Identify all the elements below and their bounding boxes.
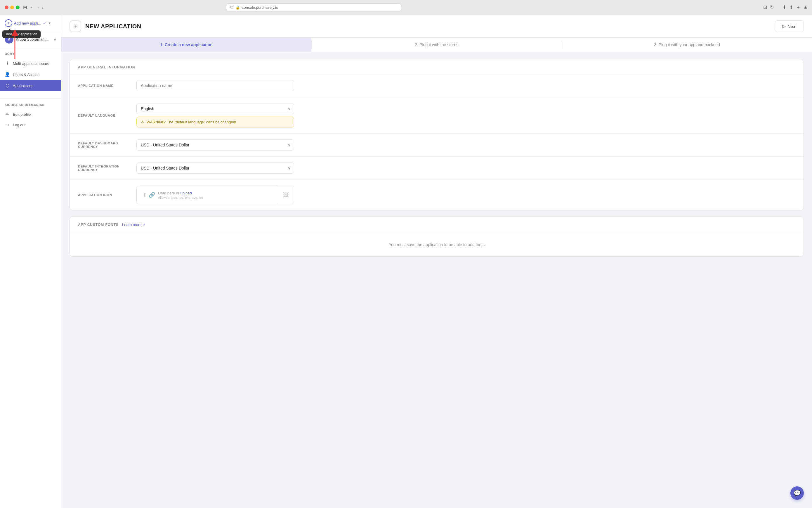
- edit-profile-item[interactable]: ✏ Edit profile: [0, 109, 61, 120]
- fonts-section-title: APP CUSTOM FONTS: [78, 223, 118, 227]
- default-language-select[interactable]: English French Spanish German: [136, 103, 294, 114]
- app-custom-fonts-card: APP CUSTOM FONTS Learn more ↗ You must s…: [69, 216, 804, 257]
- user-chevron-icon: ∧: [54, 37, 56, 41]
- next-label: Next: [787, 24, 797, 29]
- shield-icon: 🛡: [230, 5, 234, 10]
- app-name-row: APPLICATION NAME: [70, 74, 804, 97]
- learn-more-link[interactable]: Learn more ↗: [122, 222, 145, 227]
- chat-icon: 💬: [794, 490, 801, 497]
- external-link-icon: ↗: [143, 223, 145, 226]
- language-warning-box: ⚠ WARNING: The "default language" can't …: [136, 117, 294, 127]
- add-app-label: Add new appli...: [14, 21, 41, 26]
- dashboard-icon: ⌇: [5, 61, 10, 66]
- step-2[interactable]: 2. Plug it with the stores: [312, 38, 562, 52]
- address-bar[interactable]: 🛡 🔒 console.purchasely.io: [226, 3, 401, 11]
- user-section-label: KIRUPA SUBRAMANIAN: [0, 101, 61, 109]
- add-app-button[interactable]: + Add new appli... ✓: [5, 19, 46, 27]
- app-logo-icon: ⊞: [69, 20, 81, 32]
- integration-currency-label: DEFAULT INTEGRATION CURRENCY: [78, 165, 136, 172]
- app-icon-field: ⬆ 🔗 Drag here or upload Allowed: jpeg, j…: [136, 185, 795, 204]
- app-icon-label: APPLICATION ICON: [78, 193, 136, 197]
- app-name-field: [136, 80, 795, 91]
- fonts-card-header: APP CUSTOM FONTS Learn more ↗: [70, 217, 804, 233]
- step-3[interactable]: 3. Plug it with your app and backend: [562, 38, 812, 52]
- forward-button[interactable]: ›: [42, 5, 43, 10]
- icon-upload-area: ⬆ 🔗 Drag here or upload Allowed: jpeg, j…: [136, 185, 294, 204]
- integration-currency-select-wrapper: USD - United States Dollar EUR - Euro GB…: [136, 163, 294, 174]
- browser-nav-controls: ‹ ›: [38, 5, 44, 10]
- app-icon-row: APPLICATION ICON ⬆ 🔗 Drag here or up: [70, 180, 804, 210]
- expand-chevron-icon: ▾: [30, 6, 32, 9]
- sidebar-item-users-access[interactable]: 👤 Users & Access: [0, 69, 61, 80]
- red-arrow-indicator: [10, 30, 19, 63]
- upload-photo-icon: ⬆: [143, 192, 147, 198]
- upload-allowed-text: Allowed: jpeg, jpg, png, svg, ico: [158, 196, 203, 199]
- sidebar-item-applications[interactable]: ⬡ Applications: [0, 80, 61, 91]
- new-tab-icon[interactable]: ＋: [796, 4, 801, 10]
- sidebar-header: + Add new appli... ✓ ▾ Add new app: [0, 15, 61, 31]
- dashboard-currency-field: USD - United States Dollar EUR - Euro GB…: [136, 139, 795, 151]
- refresh-icon[interactable]: ↻: [770, 4, 774, 10]
- sidebar-divider: [0, 98, 61, 98]
- browser-action-icons: ⊡ ↻ ⬇ ⬆ ＋ ⊞: [763, 4, 807, 10]
- grid-icon[interactable]: ⊞: [804, 4, 807, 10]
- warning-icon: ⚠: [141, 120, 144, 124]
- dashboard-currency-row: DEFAULT DASHBOARD CURRENCY USD - United …: [70, 134, 804, 157]
- download-icon[interactable]: ⬇: [782, 4, 786, 10]
- sidebar-toggle-button[interactable]: ⊞: [23, 5, 27, 10]
- form-area: APP GENERAL INFORMATION APPLICATION NAME…: [61, 52, 812, 508]
- edit-profile-icon: ✏: [5, 112, 10, 117]
- upload-link-icon: 🔗: [149, 192, 155, 198]
- maximize-traffic-light[interactable]: [16, 6, 19, 9]
- traffic-lights: [5, 6, 19, 9]
- learn-more-label: Learn more: [122, 222, 141, 227]
- next-button[interactable]: ▷ Next: [775, 20, 804, 32]
- app-layout: + Add new appli... ✓ ▾ Add new app: [0, 15, 812, 508]
- upload-text-area: Drag here or upload Allowed: jpeg, jpg, …: [158, 191, 203, 199]
- back-button[interactable]: ‹: [38, 5, 39, 10]
- default-language-field: English French Spanish German ∨ ⚠ WARNIN…: [136, 103, 795, 127]
- language-select-wrapper: English French Spanish German ∨: [136, 103, 294, 114]
- upload-drop-zone[interactable]: ⬆ 🔗 Drag here or upload Allowed: jpeg, j…: [136, 186, 278, 204]
- chat-support-button[interactable]: 💬: [791, 486, 804, 500]
- edit-profile-label: Edit profile: [13, 112, 31, 117]
- close-traffic-light[interactable]: [5, 6, 8, 9]
- app-name-input[interactable]: [136, 80, 294, 91]
- add-new-app-tooltip: Add new application: [2, 30, 41, 38]
- sidebar: + Add new appli... ✓ ▾ Add new app: [0, 15, 61, 508]
- page-title: NEW APPLICATION: [85, 23, 141, 30]
- browser-chrome: ⊞ ▾ ‹ › 🛡 🔒 console.purchasely.io ⊡ ↻ ⬇ …: [0, 0, 812, 15]
- upload-link-text[interactable]: upload: [181, 191, 192, 195]
- app-name-label: APPLICATION NAME: [78, 84, 136, 87]
- upload-icons: ⬆ 🔗: [143, 192, 155, 198]
- sidebar-item-multi-apps-dashboard[interactable]: ⌇ Multi-apps dashboard: [0, 58, 61, 69]
- steps-bar: 1. Create a new application 2. Plug it w…: [61, 38, 812, 52]
- warning-text: WARNING: The "default language" can't be…: [147, 120, 236, 124]
- dashboard-currency-select-wrapper: USD - United States Dollar EUR - Euro GB…: [136, 139, 294, 151]
- fonts-empty-message: You must save the application to be able…: [70, 233, 804, 256]
- integration-currency-row: DEFAULT INTEGRATION CURRENCY USD - Unite…: [70, 157, 804, 180]
- log-out-item[interactable]: ↪ Log out: [0, 120, 61, 130]
- upload-preview-area: 🖼: [278, 185, 294, 204]
- log-out-icon: ↪: [5, 123, 10, 127]
- dashboard-currency-select[interactable]: USD - United States Dollar EUR - Euro GB…: [136, 139, 294, 151]
- url-text: console.purchasely.io: [242, 5, 278, 10]
- cast-icon[interactable]: ⊡: [763, 4, 767, 10]
- log-out-label: Log out: [13, 123, 26, 127]
- add-app-plus-icon: +: [5, 19, 12, 27]
- lock-icon: 🔒: [235, 5, 240, 10]
- preview-image-icon: 🖼: [283, 192, 289, 199]
- app-general-info-card: APP GENERAL INFORMATION APPLICATION NAME…: [69, 59, 804, 210]
- sidebar-header-chevron[interactable]: ▾: [49, 21, 51, 25]
- nav-section-label: OCHY: [0, 52, 61, 58]
- card-header: APP GENERAL INFORMATION: [70, 59, 804, 74]
- minimize-traffic-light[interactable]: [10, 6, 14, 9]
- step-1[interactable]: 1. Create a new application: [61, 38, 312, 52]
- share-icon[interactable]: ⬆: [789, 4, 793, 10]
- integration-currency-select[interactable]: USD - United States Dollar EUR - Euro GB…: [136, 163, 294, 174]
- default-language-label: DEFAULT LANGUAGE: [78, 114, 136, 117]
- sidebar-item-label: Applications: [13, 84, 33, 88]
- title-area: ⊞ NEW APPLICATION: [69, 20, 141, 32]
- nav-section: OCHY ⌇ Multi-apps dashboard 👤 Users & Ac…: [0, 47, 61, 96]
- main-content: ⊞ NEW APPLICATION ▷ Next 1. Create a new…: [61, 15, 812, 508]
